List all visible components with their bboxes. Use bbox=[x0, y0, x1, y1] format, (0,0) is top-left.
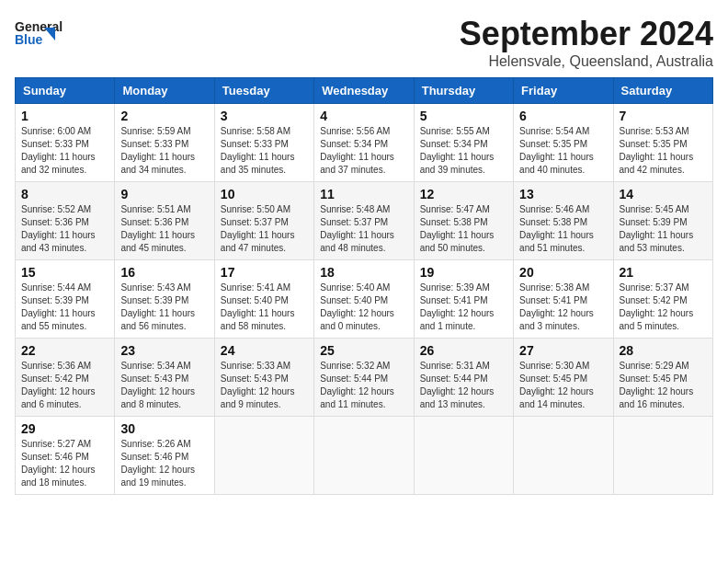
day-info: Sunrise: 5:58 AM Sunset: 5:33 PM Dayligh… bbox=[221, 125, 308, 177]
day-number: 5 bbox=[420, 109, 507, 123]
day-number: 8 bbox=[21, 187, 108, 201]
calendar-cell: 11Sunrise: 5:48 AM Sunset: 5:37 PM Dayli… bbox=[314, 182, 414, 260]
day-number: 29 bbox=[21, 421, 108, 436]
day-info: Sunrise: 5:32 AM Sunset: 5:44 PM Dayligh… bbox=[320, 360, 407, 411]
day-number: 17 bbox=[221, 265, 308, 280]
day-number: 19 bbox=[420, 265, 507, 280]
day-info: Sunrise: 5:52 AM Sunset: 5:36 PM Dayligh… bbox=[21, 203, 108, 255]
day-number: 10 bbox=[221, 187, 308, 201]
calendar-week-3: 15Sunrise: 5:44 AM Sunset: 5:39 PM Dayli… bbox=[16, 260, 713, 339]
weekday-header-monday: Monday bbox=[115, 78, 214, 104]
day-info: Sunrise: 5:31 AM Sunset: 5:44 PM Dayligh… bbox=[420, 360, 507, 411]
day-number: 21 bbox=[620, 265, 707, 280]
day-info: Sunrise: 5:39 AM Sunset: 5:41 PM Dayligh… bbox=[420, 282, 507, 333]
calendar-cell: 6Sunrise: 5:54 AM Sunset: 5:35 PM Daylig… bbox=[514, 104, 613, 182]
calendar-cell: 15Sunrise: 5:44 AM Sunset: 5:39 PM Dayli… bbox=[16, 260, 115, 339]
day-info: Sunrise: 5:47 AM Sunset: 5:38 PM Dayligh… bbox=[420, 203, 507, 255]
svg-marker-2 bbox=[44, 28, 55, 40]
day-info: Sunrise: 5:40 AM Sunset: 5:40 PM Dayligh… bbox=[320, 282, 407, 333]
day-number: 20 bbox=[519, 265, 607, 280]
day-info: Sunrise: 5:41 AM Sunset: 5:40 PM Dayligh… bbox=[221, 282, 308, 333]
logo-icon: General Blue bbox=[15, 15, 63, 52]
calendar-week-5: 29Sunrise: 5:27 AM Sunset: 5:46 PM Dayli… bbox=[16, 417, 713, 495]
day-info: Sunrise: 6:00 AM Sunset: 5:33 PM Dayligh… bbox=[21, 125, 108, 177]
logo: General Blue bbox=[15, 15, 63, 52]
calendar-cell: 5Sunrise: 5:55 AM Sunset: 5:34 PM Daylig… bbox=[414, 104, 513, 182]
day-number: 25 bbox=[320, 343, 407, 358]
day-number: 14 bbox=[620, 187, 707, 201]
day-info: Sunrise: 5:55 AM Sunset: 5:34 PM Dayligh… bbox=[420, 125, 507, 177]
calendar-cell bbox=[613, 417, 712, 495]
day-number: 1 bbox=[21, 109, 108, 123]
day-info: Sunrise: 5:59 AM Sunset: 5:33 PM Dayligh… bbox=[120, 125, 208, 177]
calendar-cell: 2Sunrise: 5:59 AM Sunset: 5:33 PM Daylig… bbox=[115, 104, 214, 182]
day-number: 7 bbox=[620, 109, 707, 123]
calendar-cell: 20Sunrise: 5:38 AM Sunset: 5:41 PM Dayli… bbox=[514, 260, 613, 339]
day-number: 2 bbox=[120, 109, 208, 123]
day-number: 11 bbox=[320, 187, 407, 201]
calendar-week-2: 8Sunrise: 5:52 AM Sunset: 5:36 PM Daylig… bbox=[16, 182, 713, 260]
day-number: 28 bbox=[620, 343, 707, 358]
calendar-cell: 28Sunrise: 5:29 AM Sunset: 5:45 PM Dayli… bbox=[613, 339, 712, 417]
calendar-cell: 12Sunrise: 5:47 AM Sunset: 5:38 PM Dayli… bbox=[414, 182, 513, 260]
calendar-week-1: 1Sunrise: 6:00 AM Sunset: 5:33 PM Daylig… bbox=[16, 104, 713, 182]
day-number: 12 bbox=[420, 187, 507, 201]
day-info: Sunrise: 5:36 AM Sunset: 5:42 PM Dayligh… bbox=[21, 360, 108, 411]
weekday-header-row: SundayMondayTuesdayWednesdayThursdayFrid… bbox=[16, 78, 713, 104]
calendar-cell: 10Sunrise: 5:50 AM Sunset: 5:37 PM Dayli… bbox=[214, 182, 313, 260]
day-number: 13 bbox=[519, 187, 607, 201]
day-info: Sunrise: 5:54 AM Sunset: 5:35 PM Dayligh… bbox=[519, 125, 607, 177]
calendar-cell: 25Sunrise: 5:32 AM Sunset: 5:44 PM Dayli… bbox=[314, 339, 414, 417]
calendar-cell: 27Sunrise: 5:30 AM Sunset: 5:45 PM Dayli… bbox=[514, 339, 613, 417]
month-title: September 2024 bbox=[460, 15, 713, 53]
calendar-cell: 7Sunrise: 5:53 AM Sunset: 5:35 PM Daylig… bbox=[613, 104, 712, 182]
weekday-header-friday: Friday bbox=[514, 78, 613, 104]
calendar-cell: 22Sunrise: 5:36 AM Sunset: 5:42 PM Dayli… bbox=[16, 339, 115, 417]
calendar-cell: 3Sunrise: 5:58 AM Sunset: 5:33 PM Daylig… bbox=[214, 104, 313, 182]
calendar-cell: 9Sunrise: 5:51 AM Sunset: 5:36 PM Daylig… bbox=[115, 182, 214, 260]
day-info: Sunrise: 5:38 AM Sunset: 5:41 PM Dayligh… bbox=[519, 282, 607, 333]
calendar-cell: 29Sunrise: 5:27 AM Sunset: 5:46 PM Dayli… bbox=[16, 417, 115, 495]
calendar-cell bbox=[314, 417, 414, 495]
day-number: 26 bbox=[420, 343, 507, 358]
weekday-header-wednesday: Wednesday bbox=[314, 78, 414, 104]
weekday-header-saturday: Saturday bbox=[613, 78, 712, 104]
day-number: 6 bbox=[519, 109, 607, 123]
day-info: Sunrise: 5:48 AM Sunset: 5:37 PM Dayligh… bbox=[320, 203, 407, 255]
weekday-header-tuesday: Tuesday bbox=[214, 78, 313, 104]
day-number: 16 bbox=[120, 265, 208, 280]
calendar-cell: 13Sunrise: 5:46 AM Sunset: 5:38 PM Dayli… bbox=[514, 182, 613, 260]
day-number: 15 bbox=[21, 265, 108, 280]
calendar-cell: 14Sunrise: 5:45 AM Sunset: 5:39 PM Dayli… bbox=[613, 182, 712, 260]
calendar-cell: 4Sunrise: 5:56 AM Sunset: 5:34 PM Daylig… bbox=[314, 104, 414, 182]
day-number: 27 bbox=[519, 343, 607, 358]
weekday-header-sunday: Sunday bbox=[16, 78, 115, 104]
calendar-cell: 30Sunrise: 5:26 AM Sunset: 5:46 PM Dayli… bbox=[115, 417, 214, 495]
calendar-table: SundayMondayTuesdayWednesdayThursdayFrid… bbox=[15, 77, 713, 495]
day-number: 18 bbox=[320, 265, 407, 280]
title-section: September 2024 Helensvale, Queensland, A… bbox=[460, 15, 713, 70]
calendar-cell bbox=[514, 417, 613, 495]
day-number: 22 bbox=[21, 343, 108, 358]
day-info: Sunrise: 5:56 AM Sunset: 5:34 PM Dayligh… bbox=[320, 125, 407, 177]
day-info: Sunrise: 5:33 AM Sunset: 5:43 PM Dayligh… bbox=[221, 360, 308, 411]
day-info: Sunrise: 5:51 AM Sunset: 5:36 PM Dayligh… bbox=[120, 203, 208, 255]
day-info: Sunrise: 5:27 AM Sunset: 5:46 PM Dayligh… bbox=[21, 438, 108, 489]
day-info: Sunrise: 5:37 AM Sunset: 5:42 PM Dayligh… bbox=[620, 282, 707, 333]
day-info: Sunrise: 5:30 AM Sunset: 5:45 PM Dayligh… bbox=[519, 360, 607, 411]
calendar-cell bbox=[414, 417, 513, 495]
svg-text:Blue: Blue bbox=[15, 32, 43, 47]
day-number: 9 bbox=[120, 187, 208, 201]
calendar-cell: 17Sunrise: 5:41 AM Sunset: 5:40 PM Dayli… bbox=[214, 260, 313, 339]
calendar-cell bbox=[214, 417, 313, 495]
page-header: General Blue September 2024 Helensvale, … bbox=[15, 15, 713, 70]
calendar-cell: 1Sunrise: 6:00 AM Sunset: 5:33 PM Daylig… bbox=[16, 104, 115, 182]
day-info: Sunrise: 5:34 AM Sunset: 5:43 PM Dayligh… bbox=[120, 360, 208, 411]
weekday-header-thursday: Thursday bbox=[414, 78, 513, 104]
day-info: Sunrise: 5:26 AM Sunset: 5:46 PM Dayligh… bbox=[120, 438, 208, 489]
day-number: 30 bbox=[120, 421, 208, 436]
day-number: 23 bbox=[120, 343, 208, 358]
day-number: 4 bbox=[320, 109, 407, 123]
calendar-cell: 19Sunrise: 5:39 AM Sunset: 5:41 PM Dayli… bbox=[414, 260, 513, 339]
day-number: 24 bbox=[221, 343, 308, 358]
